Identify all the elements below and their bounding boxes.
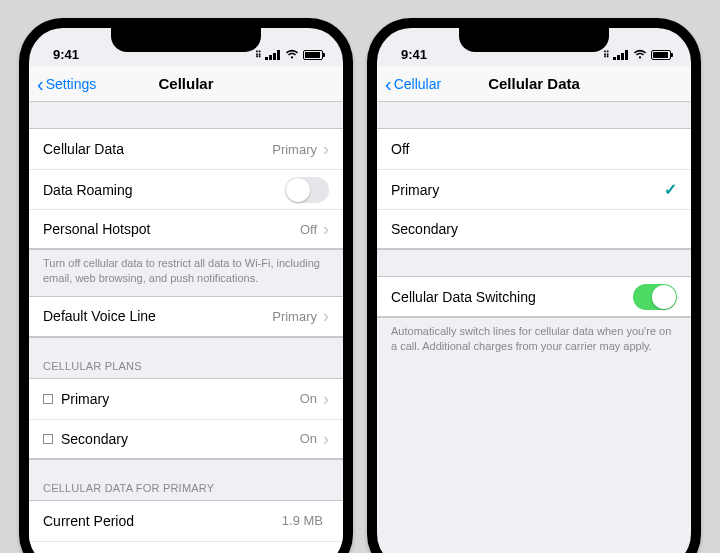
row-label: Data Roaming bbox=[43, 182, 285, 198]
chevron-right-icon: › bbox=[323, 140, 329, 158]
wifi-icon bbox=[285, 48, 299, 62]
row-current-period[interactable]: Current Period 1.9 MB bbox=[29, 501, 343, 541]
notch bbox=[111, 28, 261, 52]
row-value: 1.9 MB bbox=[282, 513, 323, 528]
battery-icon bbox=[303, 50, 323, 60]
signal-icon bbox=[613, 50, 629, 60]
row-label: Cellular Data bbox=[43, 141, 272, 157]
row-label: Primary bbox=[391, 182, 664, 198]
group-header-plans: CELLULAR PLANS bbox=[29, 354, 343, 378]
content-right: Off Primary ✓ Secondary Cellular Data Sw… bbox=[377, 102, 691, 364]
row-default-voice-line[interactable]: Default Voice Line Primary › bbox=[29, 297, 343, 337]
notch bbox=[459, 28, 609, 52]
group-footer: Turn off cellular data to restrict all d… bbox=[29, 250, 343, 296]
row-value: On bbox=[300, 431, 317, 446]
row-value: Primary bbox=[272, 309, 317, 324]
battery-icon bbox=[651, 50, 671, 60]
chevron-right-icon: › bbox=[323, 307, 329, 325]
nav-bar: ‹ Cellular Cellular Data bbox=[377, 66, 691, 102]
status-icons: ⠿ bbox=[255, 48, 324, 62]
plan-color-icon bbox=[43, 434, 53, 444]
row-label: Secondary bbox=[61, 431, 300, 447]
group-usage: Current Period 1.9 MB Current Period Roa… bbox=[29, 500, 343, 553]
row-personal-hotspot[interactable]: Personal Hotspot Off › bbox=[29, 209, 343, 249]
signal-icon bbox=[265, 50, 281, 60]
status-time: 9:41 bbox=[53, 47, 79, 62]
nav-back-label: Cellular bbox=[394, 76, 441, 92]
row-data-roaming[interactable]: Data Roaming bbox=[29, 169, 343, 209]
row-value: On bbox=[300, 391, 317, 406]
phone-left: 9:41 ⠿ ‹ Settings Cellular Cellular Dat bbox=[19, 18, 353, 553]
group-line-select: Off Primary ✓ Secondary bbox=[377, 128, 691, 250]
row-label: Default Voice Line bbox=[43, 308, 272, 324]
row-value: Off bbox=[300, 222, 317, 237]
screen-right: 9:41 ⠿ ‹ Cellular Cellular Data Off bbox=[377, 28, 691, 553]
checkmark-icon: ✓ bbox=[664, 180, 677, 199]
row-label: Secondary bbox=[391, 221, 677, 237]
chevron-right-icon: › bbox=[323, 430, 329, 448]
chevron-right-icon: › bbox=[323, 220, 329, 238]
group-switching: Cellular Data Switching bbox=[377, 276, 691, 318]
nav-back-label: Settings bbox=[46, 76, 97, 92]
chevron-right-icon: › bbox=[323, 390, 329, 408]
row-option-secondary[interactable]: Secondary bbox=[377, 209, 691, 249]
row-plan-primary[interactable]: Primary On › bbox=[29, 379, 343, 419]
row-option-off[interactable]: Off bbox=[377, 129, 691, 169]
row-option-primary[interactable]: Primary ✓ bbox=[377, 169, 691, 209]
status-time: 9:41 bbox=[401, 47, 427, 62]
group-voice: Default Voice Line Primary › bbox=[29, 296, 343, 338]
chevron-left-icon: ‹ bbox=[37, 74, 44, 94]
group-footer: Automatically switch lines for cellular … bbox=[377, 318, 691, 364]
row-label: Cellular Data Switching bbox=[391, 289, 633, 305]
nav-bar: ‹ Settings Cellular bbox=[29, 66, 343, 102]
plan-color-icon bbox=[43, 394, 53, 404]
content-left: Cellular Data Primary › Data Roaming Per… bbox=[29, 102, 343, 553]
row-cellular-data-switching[interactable]: Cellular Data Switching bbox=[377, 277, 691, 317]
screen-left: 9:41 ⠿ ‹ Settings Cellular Cellular Dat bbox=[29, 28, 343, 553]
dual-sim-icon: ⠿ bbox=[255, 50, 262, 60]
toggle-data-roaming[interactable] bbox=[285, 177, 329, 203]
phone-right: 9:41 ⠿ ‹ Cellular Cellular Data Off bbox=[367, 18, 701, 553]
toggle-cellular-switching[interactable] bbox=[633, 284, 677, 310]
wifi-icon bbox=[633, 48, 647, 62]
row-label: Off bbox=[391, 141, 677, 157]
chevron-left-icon: ‹ bbox=[385, 74, 392, 94]
group-plans: Primary On › Secondary On › bbox=[29, 378, 343, 460]
row-value: Primary bbox=[272, 142, 317, 157]
group-network: Cellular Data Primary › Data Roaming Per… bbox=[29, 128, 343, 250]
row-label: Current Period bbox=[43, 513, 282, 529]
nav-back-button[interactable]: ‹ Settings bbox=[29, 74, 96, 94]
nav-back-button[interactable]: ‹ Cellular bbox=[377, 74, 441, 94]
dual-sim-icon: ⠿ bbox=[603, 50, 610, 60]
row-label: Personal Hotspot bbox=[43, 221, 300, 237]
row-label: Primary bbox=[61, 391, 300, 407]
status-icons: ⠿ bbox=[603, 48, 672, 62]
group-header-usage: CELLULAR DATA FOR PRIMARY bbox=[29, 476, 343, 500]
row-current-period-roaming[interactable]: Current Period Roaming 0 bytes bbox=[29, 541, 343, 553]
row-cellular-data[interactable]: Cellular Data Primary › bbox=[29, 129, 343, 169]
row-plan-secondary[interactable]: Secondary On › bbox=[29, 419, 343, 459]
